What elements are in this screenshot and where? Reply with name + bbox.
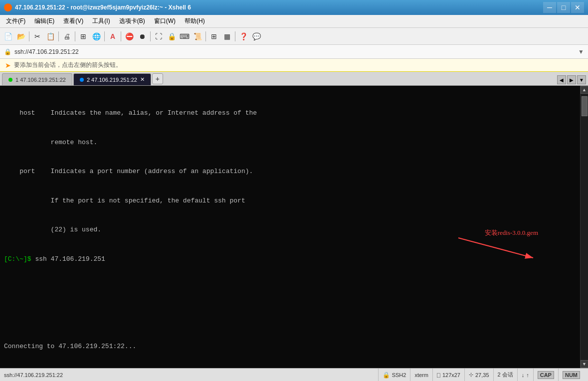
menu-view[interactable]: 查看(V) bbox=[59, 15, 87, 27]
status-xterm: xterm bbox=[414, 372, 428, 378]
tb-layout[interactable]: ⊞ bbox=[208, 30, 220, 42]
tab-next-button[interactable]: ▶ bbox=[567, 75, 576, 84]
tb-keyboard[interactable]: ⌨ bbox=[179, 30, 191, 42]
status-position-item: ⊹ 27,35 bbox=[464, 369, 493, 381]
status-left: ssh://47.106.219.251:22 bbox=[4, 372, 378, 378]
info-arrow-icon: ➤ bbox=[5, 61, 11, 69]
close-button[interactable]: ✕ bbox=[571, 2, 584, 13]
terminal-line-1: host Indicates the name, alias, or Inter… bbox=[4, 108, 576, 118]
scroll-down-arrow[interactable]: ▼ bbox=[581, 360, 588, 368]
tb-expand[interactable]: ⛶ bbox=[153, 30, 165, 42]
terminal[interactable]: host Indicates the name, alias, or Inter… bbox=[0, 86, 580, 368]
status-size: 127x27 bbox=[442, 372, 460, 378]
tb-sep3 bbox=[75, 31, 75, 41]
status-ssh-item: 🔒 SSH2 bbox=[378, 369, 410, 381]
menu-edit[interactable]: 编辑(E) bbox=[30, 15, 58, 27]
menu-help[interactable]: 帮助(H) bbox=[181, 15, 209, 27]
status-sessions-item: 2 会话 bbox=[493, 369, 517, 381]
tb-stop[interactable]: ⛔ bbox=[123, 30, 135, 42]
tb-globe[interactable]: 🌐 bbox=[90, 30, 102, 42]
menu-tabs[interactable]: 选项卡(B) bbox=[115, 15, 149, 27]
tab-1[interactable]: 1 47.106.219.251:22 bbox=[2, 73, 72, 85]
tb-print[interactable]: 🖨 bbox=[61, 30, 73, 42]
terminal-scrollbar[interactable]: ▲ ▼ bbox=[580, 86, 588, 368]
tb-font[interactable]: A bbox=[107, 30, 119, 42]
status-num-item: NUM bbox=[558, 369, 584, 381]
tab-bar: 1 47.106.219.251:22 2 47.106.219.251:22 … bbox=[0, 72, 588, 86]
terminal-line-2: remote host. bbox=[4, 138, 576, 148]
toolbar: 📄 📂 ✂ 📋 🖨 ⊞ 🌐 A ⛔ ⏺ ⛶ 🔒 ⌨ 📜 ⊞ ▦ ❓ 💬 bbox=[0, 28, 588, 45]
info-message: 要添加当前会话，点击左侧的箭头按钮。 bbox=[14, 61, 122, 69]
ssh-lock-icon: 🔒 bbox=[383, 372, 390, 379]
title-bar-left: 47.106.219.251:22 - root@izwz9ef5sjam9pv… bbox=[4, 3, 191, 11]
terminal-line-7 bbox=[4, 283, 576, 293]
tb-sep6 bbox=[150, 31, 151, 41]
terminal-line-6: [C:\~]$ ssh 47.106.219.251 bbox=[4, 254, 576, 264]
status-ssh-label: SSH2 bbox=[392, 372, 406, 378]
terminal-container: host Indicates the name, alias, or Inter… bbox=[0, 86, 588, 368]
tb-sep2 bbox=[58, 31, 59, 41]
menu-file[interactable]: 文件(F) bbox=[2, 15, 29, 27]
tab-1-label: 1 47.106.219.251:22 bbox=[15, 77, 66, 83]
status-size-item: ⎕ 127x27 bbox=[432, 369, 464, 381]
status-xterm-item: xterm bbox=[410, 369, 432, 381]
tb-rec[interactable]: ⏺ bbox=[136, 30, 148, 42]
app-icon bbox=[4, 3, 12, 11]
terminal-line-5: (22) is used. bbox=[4, 225, 576, 235]
tb-chat[interactable]: 💬 bbox=[250, 30, 262, 42]
tab-2-status-dot bbox=[80, 78, 84, 82]
tab-add-button[interactable]: + bbox=[152, 73, 163, 84]
status-cap-badge: CAP bbox=[538, 371, 554, 379]
tab-2-close[interactable]: ✕ bbox=[140, 76, 145, 83]
status-arrows-item: ↓ ↑ bbox=[517, 369, 533, 381]
address-lock-icon: 🔒 bbox=[4, 48, 11, 55]
tab-list-button[interactable]: ▼ bbox=[577, 75, 586, 84]
tb-sep1 bbox=[29, 31, 29, 41]
scroll-thumb[interactable] bbox=[582, 96, 588, 116]
status-position: 27,35 bbox=[475, 372, 489, 378]
status-num-badge: NUM bbox=[563, 371, 580, 379]
menu-tools[interactable]: 工具(I) bbox=[88, 15, 114, 27]
tb-grid[interactable]: ⊞ bbox=[77, 30, 89, 42]
tb-lock[interactable]: 🔒 bbox=[166, 30, 178, 42]
tb-sep7 bbox=[205, 31, 206, 41]
status-down-arrow: ↓ bbox=[522, 372, 525, 378]
address-dropdown-arrow[interactable]: ▼ bbox=[578, 48, 584, 55]
tb-help[interactable]: ❓ bbox=[237, 30, 249, 42]
tb-copy[interactable]: 📋 bbox=[44, 30, 56, 42]
status-bar: ssh://47.106.219.251:22 🔒 SSH2 xterm ⎕ 1… bbox=[0, 368, 588, 381]
tb-open[interactable]: 📂 bbox=[15, 30, 27, 42]
tab-1-status-dot bbox=[8, 78, 12, 82]
address-bar: 🔒 ssh://47.106.219.251:22 ▼ bbox=[0, 45, 588, 59]
status-sessions: 2 会话 bbox=[498, 371, 513, 379]
status-cap-item: CAP bbox=[533, 369, 558, 381]
tb-script[interactable]: 📜 bbox=[192, 30, 203, 42]
tb-sep4 bbox=[104, 31, 105, 41]
window-controls: ─ □ ✕ bbox=[543, 2, 584, 13]
menu-window[interactable]: 窗口(W) bbox=[150, 15, 180, 27]
scroll-up-arrow[interactable]: ▲ bbox=[581, 86, 588, 94]
tab-navigation: ◀ ▶ ▼ bbox=[557, 75, 586, 84]
scroll-track[interactable] bbox=[581, 94, 588, 360]
tab-2-label: 2 47.106.219.251:22 bbox=[87, 77, 137, 83]
minimize-button[interactable]: ─ bbox=[543, 2, 556, 13]
tb-new[interactable]: 📄 bbox=[2, 30, 14, 42]
tb-sep8 bbox=[235, 31, 235, 41]
status-address: ssh://47.106.219.251:22 bbox=[4, 372, 63, 378]
status-terminal-icon: ⎕ bbox=[437, 372, 440, 378]
tb-cut[interactable]: ✂ bbox=[31, 30, 43, 42]
terminal-line-4: If the port is not specified, the defaul… bbox=[4, 196, 576, 206]
status-up-arrow: ↑ bbox=[526, 372, 529, 378]
info-bar: ➤ 要添加当前会话，点击左侧的箭头按钮。 bbox=[0, 59, 588, 72]
tb-sep5 bbox=[121, 31, 121, 41]
terminal-line-8 bbox=[4, 313, 576, 323]
tab-prev-button[interactable]: ◀ bbox=[557, 75, 566, 84]
title-bar: 47.106.219.251:22 - root@izwz9ef5sjam9pv… bbox=[0, 0, 588, 15]
tab-2[interactable]: 2 47.106.219.251:22 ✕ bbox=[73, 73, 151, 85]
status-position-icon: ⊹ bbox=[469, 372, 473, 378]
maximize-button[interactable]: □ bbox=[557, 2, 570, 13]
window-title: 47.106.219.251:22 - root@izwz9ef5sjam9pv… bbox=[15, 4, 191, 11]
tb-layout2[interactable]: ▦ bbox=[221, 30, 233, 42]
terminal-line-3: port Indicates a port number (address of… bbox=[4, 167, 576, 177]
terminal-line-9: Connecting to 47.106.219.251:22... bbox=[4, 342, 576, 352]
